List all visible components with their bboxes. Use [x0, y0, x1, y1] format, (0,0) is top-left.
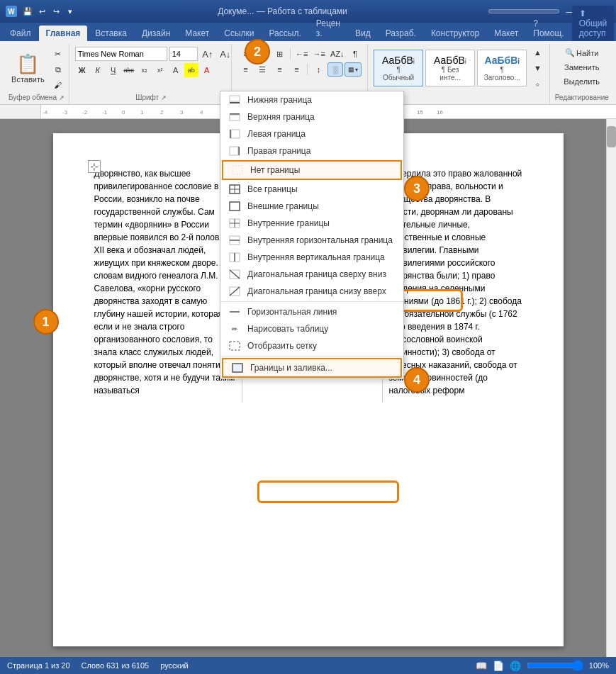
decrease-indent-button[interactable]: ←≡ [293, 47, 310, 61]
line-spacing-button[interactable]: ↕ [310, 62, 326, 77]
format-painter-button[interactable]: 🖌 [50, 78, 66, 92]
tab-file[interactable]: Файл [3, 26, 38, 41]
menu-left-border[interactable]: Левая граница [220, 125, 403, 142]
sort-button[interactable]: AZ↓ [329, 47, 346, 61]
text-effects-button[interactable]: A [169, 63, 183, 77]
paste-button[interactable]: 📋 Вставить [7, 48, 49, 88]
view-read-btn[interactable]: 📖 [476, 661, 487, 671]
diag-down-border-icon [228, 269, 242, 280]
borders-fill-icon [230, 362, 245, 373]
menu-inside-borders[interactable]: Внутренние границы [220, 215, 403, 232]
save-btn[interactable]: 💾 [21, 5, 34, 18]
tab-insert[interactable]: Вставка [88, 26, 134, 41]
tab-share[interactable]: ⬆ Общий доступ [572, 6, 615, 41]
menu-draw-table[interactable]: ✏ Нарисовать таблицу [220, 320, 403, 337]
menu-bottom-border[interactable]: Нижняя граница [220, 91, 403, 108]
menu-right-border[interactable]: Правая граница [220, 142, 403, 159]
subscript-button[interactable]: x₂ [138, 63, 152, 77]
status-left: Страница 1 из 20 Слово 631 из 6105 русск… [7, 661, 189, 670]
menu-diag-up-border[interactable]: Диагональная граница снизу вверх [220, 283, 403, 300]
multilevel-button[interactable]: ⊞ [271, 47, 287, 61]
zoom-slider[interactable] [527, 661, 583, 670]
tab-review[interactable]: Рецен з. [309, 16, 347, 41]
styles-scroll-up[interactable]: ▲ [530, 45, 545, 60]
draw-table-icon: ✏ [228, 323, 242, 335]
bold-button[interactable]: Ж [75, 63, 89, 77]
font-color-button[interactable]: A [200, 63, 214, 77]
decrease-font-btn[interactable]: A↓ [218, 47, 233, 61]
align-center-button[interactable]: ☰ [254, 62, 270, 77]
increase-font-btn[interactable]: A↑ [200, 47, 215, 61]
tab-developer[interactable]: Разраб. [379, 26, 423, 41]
menu-inside-vert-border[interactable]: Внутренняя вертикальная граница [220, 249, 403, 266]
highlight-button[interactable]: ab [184, 63, 198, 77]
table-cell-3[interactable]: дтвердила это право жалованной грамотой … [383, 162, 528, 403]
strikethrough-button[interactable]: abc [122, 63, 136, 77]
tab-view[interactable]: Вид [348, 26, 378, 41]
tab-design[interactable]: Дизайн [135, 26, 177, 41]
view-web-btn[interactable]: 🌐 [510, 661, 521, 671]
undo-btn[interactable]: ↩ [35, 5, 48, 18]
menu-top-border[interactable]: Верхняя граница [220, 108, 403, 125]
tab-mailings[interactable]: Рассыл. [262, 26, 308, 41]
replace-button[interactable]: Заменить [560, 62, 603, 73]
tab-table-design[interactable]: Конструктор [424, 26, 486, 41]
find-button[interactable]: 🔍Найти [561, 47, 603, 59]
menu-inside-horiz-border[interactable]: Внутренняя горизонтальная граница [220, 232, 403, 249]
menu-show-grid[interactable]: Отобразить сетку [220, 337, 403, 354]
justify-button[interactable]: ≡ [289, 62, 304, 77]
font-name-input[interactable] [75, 47, 167, 61]
show-marks-button[interactable]: ¶ [347, 47, 363, 61]
borders-button[interactable]: ▦▾ [345, 62, 362, 77]
styles-expand[interactable]: ⬦ [530, 77, 545, 91]
svg-line-43 [230, 270, 240, 279]
zoom-level[interactable]: 100% [589, 661, 609, 670]
status-bar: Страница 1 из 20 Слово 631 из 6105 русск… [0, 657, 616, 674]
tab-table-layout[interactable]: Макет [487, 26, 525, 41]
svg-text:16: 16 [437, 109, 443, 116]
view-print-btn[interactable]: 📄 [493, 661, 504, 671]
clipboard-group: 📋 Вставить ✂ ⧉ 🖌 Буфер обмена ↗ [4, 44, 69, 104]
menu-all-borders[interactable]: Все границы [220, 181, 403, 198]
redo-btn[interactable]: ↪ [50, 5, 62, 18]
underline-button[interactable]: Ч [106, 63, 121, 77]
italic-button[interactable]: К [91, 63, 105, 77]
font-size-input[interactable] [169, 47, 198, 61]
title-bar-title: Докуме... — Работа с таблицами [77, 6, 488, 16]
title-bar: W 💾 ↩ ↪ ▾ Докуме... — Работа с таблицами… [0, 0, 616, 23]
align-right-button[interactable]: ≡ [271, 62, 287, 77]
svg-text:4: 4 [200, 109, 203, 116]
help-search[interactable] [488, 9, 559, 13]
select-button[interactable]: Выделить [559, 76, 604, 87]
vertical-scrollbar[interactable] [606, 119, 616, 661]
shading-button[interactable]: ░ [327, 62, 343, 77]
menu-horiz-line[interactable]: Горизонтальная линия [220, 303, 403, 320]
page-count[interactable]: Страница 1 из 20 [7, 661, 70, 670]
tab-layout[interactable]: Макет [178, 26, 216, 41]
title-bar-left: W 💾 ↩ ↪ ▾ [6, 5, 77, 18]
style-heading1[interactable]: АаБбВі ¶ Заголово... [477, 50, 527, 86]
menu-separator-2 [220, 356, 403, 356]
style-no-spacing[interactable]: АаБбВі ¶ Без инте... [425, 50, 475, 86]
menu-outside-borders[interactable]: Внешние границы [220, 198, 403, 215]
superscript-button[interactable]: x² [153, 63, 167, 77]
menu-no-border[interactable]: Нет границы [222, 160, 402, 180]
table-move-handle[interactable]: ⊹ [88, 160, 101, 173]
word-count[interactable]: Слово 631 из 6105 [82, 661, 150, 670]
tab-help[interactable]: ? Помощ. [526, 16, 571, 41]
menu-borders-fill[interactable]: Границы и заливка... [222, 358, 402, 378]
customize-quick-access[interactable]: ▾ [64, 5, 77, 18]
horiz-line-icon [228, 306, 242, 318]
copy-button[interactable]: ⧉ [50, 62, 66, 77]
cut-button[interactable]: ✂ [50, 47, 66, 61]
menu-diag-down-border[interactable]: Диагональная граница сверху вниз [220, 266, 403, 283]
clipboard-label: Буфер обмена ↗ [9, 92, 65, 101]
table-cell-1[interactable]: Дворянство, как высшее привилегированное… [89, 162, 242, 403]
tab-home[interactable]: Главная [39, 26, 88, 41]
quick-access-toolbar: 💾 ↩ ↪ ▾ [21, 5, 77, 18]
align-left-button[interactable]: ≡ [237, 62, 253, 77]
language-indicator[interactable]: русский [160, 661, 188, 670]
styles-scroll-down[interactable]: ▼ [530, 61, 545, 75]
style-normal[interactable]: АаБбВі ¶ Обычный [374, 50, 423, 86]
increase-indent-button[interactable]: →≡ [311, 47, 327, 61]
